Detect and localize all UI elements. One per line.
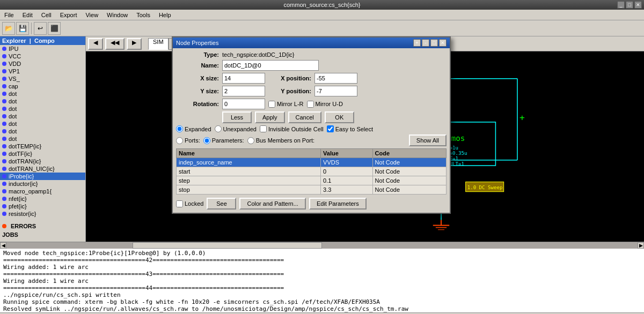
ypos-input[interactable] (314, 86, 357, 96)
menu-window[interactable]: Window (103, 11, 132, 19)
invisible-label[interactable]: Invisible Outside Cell (260, 125, 324, 132)
sidebar-item-vcc[interactable]: VCC (0, 53, 85, 60)
color-pattern-button[interactable]: Color and Pattern... (239, 198, 305, 210)
xsize-input[interactable] (222, 73, 265, 84)
table-row[interactable]: start0Not Code (177, 167, 447, 176)
open-btn[interactable]: 📂 (2, 22, 15, 35)
menu-edit[interactable]: Edit (18, 11, 37, 19)
menu-file[interactable]: File (0, 11, 18, 19)
table-row[interactable]: stop3.3Not Code (177, 185, 447, 195)
sim-back2-btn[interactable]: ◀◀ (105, 38, 125, 50)
h-scroll-track[interactable] (6, 242, 638, 249)
bus-radio[interactable] (247, 137, 254, 144)
params-radio-label[interactable]: Parameters: (203, 137, 244, 144)
log-line: Wiring added: 1 wire arc (3, 278, 641, 285)
sidebar-item-dot2[interactable]: dot (0, 98, 85, 105)
save-btn[interactable]: 💾 (16, 22, 29, 35)
locked-label[interactable]: Locked (176, 200, 203, 207)
menu-cell[interactable]: Cell (37, 11, 56, 19)
h-scrollbar[interactable]: ◀ ▶ (0, 242, 644, 248)
less-button[interactable]: Less (222, 111, 252, 123)
sidebar-item-dot1[interactable]: dot (0, 90, 85, 98)
scroll-right-btn[interactable]: ▶ (638, 242, 644, 249)
easy-select-label[interactable]: Easy to Select (327, 125, 373, 132)
xpos-input[interactable] (314, 73, 357, 84)
ok-button[interactable]: OK (325, 111, 354, 123)
sidebar-item-ipu[interactable]: IPU (0, 45, 85, 53)
dot-icon (2, 204, 6, 208)
easy-select-check[interactable] (327, 125, 334, 132)
show-all-button[interactable]: Show All (409, 134, 447, 146)
table-row[interactable]: step0.1Not Code (177, 176, 447, 185)
ports-radio[interactable] (176, 137, 183, 144)
maximize-btn[interactable]: □ (626, 1, 633, 9)
see-button[interactable]: See (207, 198, 236, 210)
sidebar-item-dot4[interactable]: dot (0, 113, 85, 120)
ysize-input[interactable] (222, 86, 265, 96)
dialog-minus-btn[interactable]: - (422, 39, 429, 47)
expanded-radio[interactable] (176, 125, 183, 132)
sidebar-item-cap[interactable]: cap (0, 83, 85, 90)
cell-name: start (177, 167, 321, 176)
cancel-button[interactable]: Cancel (288, 111, 321, 123)
dialog-rect-btn[interactable]: □ (430, 39, 438, 47)
bus-radio-label[interactable]: Bus Members on Port: (247, 137, 314, 144)
name-input[interactable] (222, 60, 319, 71)
menu-help[interactable]: Help (155, 11, 175, 19)
sidebar-item-inductor[interactable]: inductor{ic} (0, 180, 85, 188)
locked-check[interactable] (176, 200, 183, 207)
sidebar-item-vs[interactable]: VS_ (0, 75, 85, 83)
apply-button[interactable]: Apply (255, 111, 285, 123)
title-bar-controls[interactable]: _ □ ✕ (617, 1, 642, 9)
sim-back-btn[interactable]: ◀ (88, 38, 103, 50)
mirror-lr-check[interactable] (268, 101, 275, 108)
minimize-btn[interactable]: _ (617, 1, 625, 9)
close-btn[interactable]: ✕ (634, 1, 642, 9)
sidebar-item-resistor[interactable]: resistor{ic} (0, 210, 85, 218)
undo-btn[interactable]: ↩ (34, 22, 47, 35)
h-scroll-thumb[interactable] (133, 242, 322, 249)
dialog-close-btn[interactable]: ✕ (439, 39, 447, 47)
sidebar-item-dottf[interactable]: dotTF{ic} (0, 150, 85, 158)
dialog-title-controls[interactable]: + - □ ✕ (413, 39, 447, 47)
sim-tab-sim[interactable]: SIM (148, 38, 169, 50)
menu-export[interactable]: Export (56, 11, 82, 19)
expanded-radio-label[interactable]: Expanded (176, 125, 211, 132)
sidebar-item-dottemp[interactable]: dotTEMP{ic} (0, 143, 85, 150)
unexpanded-radio-label[interactable]: Unexpanded (215, 125, 257, 132)
unexpanded-radio[interactable] (215, 125, 222, 132)
dot-icon (2, 84, 6, 88)
mirror-lr-label[interactable]: Mirror L-R (268, 101, 304, 108)
jobs-section: JOBS (0, 230, 85, 239)
ports-radio-label[interactable]: Ports: (176, 137, 200, 144)
sidebar-header: Explorer | Compo (0, 36, 85, 45)
bottom-buttons-row: Locked See Color and Pattern... Edit Par… (176, 198, 447, 210)
mirror-ud-label[interactable]: Mirror U-D (307, 101, 343, 108)
invisible-check[interactable] (260, 125, 267, 132)
sim-play-btn[interactable]: ▶ (127, 38, 142, 50)
sidebar-item-iprobe[interactable]: iProbe{ic} (0, 173, 85, 180)
sidebar-item-vp1[interactable]: VP1 (0, 68, 85, 75)
mirror-ud-check[interactable] (307, 101, 314, 108)
rotation-input[interactable] (222, 99, 265, 109)
sidebar-item-dottran-uic[interactable]: dotTRAN_UIC{ic} (0, 165, 85, 173)
sidebar-item-nfet[interactable]: nfet{ic} (0, 195, 85, 203)
scroll-left-btn[interactable]: ◀ (0, 242, 6, 249)
sidebar-item-dot7[interactable]: dot (0, 135, 85, 143)
sidebar-item-dot5[interactable]: dot (0, 120, 85, 128)
dot-icon (2, 54, 6, 58)
edit-params-button[interactable]: Edit Parameters (309, 198, 367, 210)
menu-view[interactable]: View (81, 11, 103, 19)
sidebar-item-dot6[interactable]: dot (0, 128, 85, 135)
cell-code: Not Code (372, 167, 446, 176)
sidebar-item-pfet[interactable]: pfet{ic} (0, 203, 85, 210)
sidebar-item-vdd[interactable]: VDD (0, 60, 85, 68)
params-radio[interactable] (203, 137, 210, 144)
sidebar-item-macro-opamp[interactable]: macro_opamp1{ (0, 188, 85, 195)
sidebar-item-dottran[interactable]: dotTRAN{ic} (0, 158, 85, 165)
table-row[interactable]: indep_source_nameVVDSNot Code (177, 158, 447, 167)
menu-tools[interactable]: Tools (132, 11, 155, 19)
sidebar-item-dot3[interactable]: dot (0, 105, 85, 113)
dialog-plus-btn[interactable]: + (413, 39, 421, 47)
stop-btn[interactable]: ⬛ (48, 22, 61, 35)
